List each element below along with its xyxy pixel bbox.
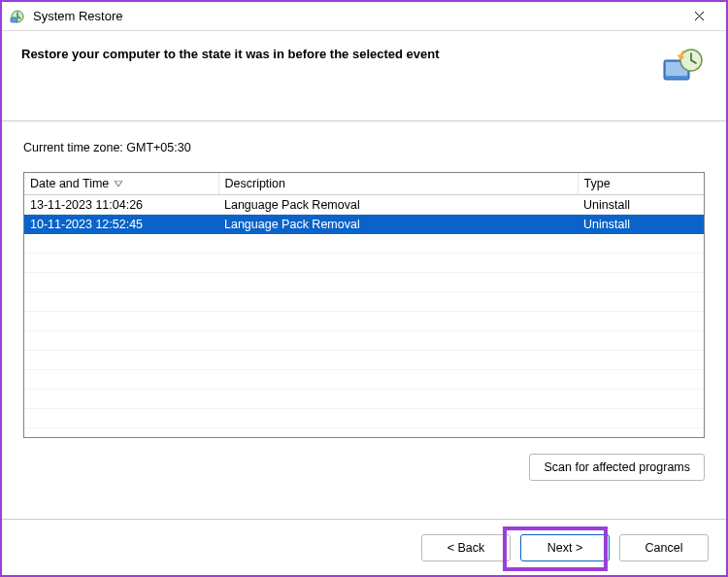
title-bar: System Restore: [2, 2, 726, 31]
table-cell: Uninstall: [578, 195, 704, 215]
table-row-empty: [24, 331, 704, 351]
table-row[interactable]: 13-11-2023 11:04:26Language Pack Removal…: [24, 195, 704, 215]
table-row-empty: [24, 351, 704, 370]
restore-points-table[interactable]: Date and Time Description Type 13-11-202…: [23, 172, 705, 438]
wizard-header: Restore your computer to the state it wa…: [2, 31, 726, 121]
column-header-date[interactable]: Date and Time: [24, 173, 218, 195]
table-row-empty: [24, 409, 704, 428]
cancel-button[interactable]: Cancel: [619, 534, 709, 561]
wizard-heading: Restore your computer to the state it wa…: [21, 45, 660, 61]
table-row[interactable]: 10-11-2023 12:52:45Language Pack Removal…: [24, 215, 704, 234]
table-row-empty: [24, 370, 704, 390]
table-row-empty: [24, 292, 704, 312]
table-row-empty: [24, 234, 704, 254]
system-restore-icon: [10, 9, 25, 24]
column-header-type[interactable]: Type: [578, 173, 704, 195]
table-cell: Language Pack Removal: [218, 195, 578, 215]
table-cell: 10-11-2023 12:52:45: [24, 215, 218, 234]
table-cell: Uninstall: [578, 215, 704, 234]
scan-affected-programs-button[interactable]: Scan for affected programs: [529, 454, 705, 481]
table-row-empty: [24, 273, 704, 292]
close-button[interactable]: [679, 3, 718, 30]
table-row-empty: [24, 390, 704, 409]
next-button[interactable]: Next >: [520, 534, 610, 561]
sort-descending-icon: [115, 176, 122, 189]
table-cell: 13-11-2023 11:04:26: [24, 195, 218, 215]
table-row-empty: [24, 254, 704, 273]
window-title: System Restore: [33, 9, 679, 23]
restore-clock-icon: [660, 45, 707, 87]
svg-rect-1: [11, 17, 17, 22]
back-button[interactable]: < Back: [421, 534, 511, 561]
wizard-footer: < Back Next > Cancel: [2, 519, 726, 575]
timezone-label: Current time zone: GMT+05:30: [23, 141, 705, 154]
column-header-description[interactable]: Description: [218, 173, 578, 195]
table-cell: Language Pack Removal: [218, 215, 578, 234]
column-header-date-label: Date and Time: [30, 177, 109, 190]
wizard-content: Current time zone: GMT+05:30 Date and Ti…: [2, 121, 726, 491]
table-row-empty: [24, 312, 704, 331]
